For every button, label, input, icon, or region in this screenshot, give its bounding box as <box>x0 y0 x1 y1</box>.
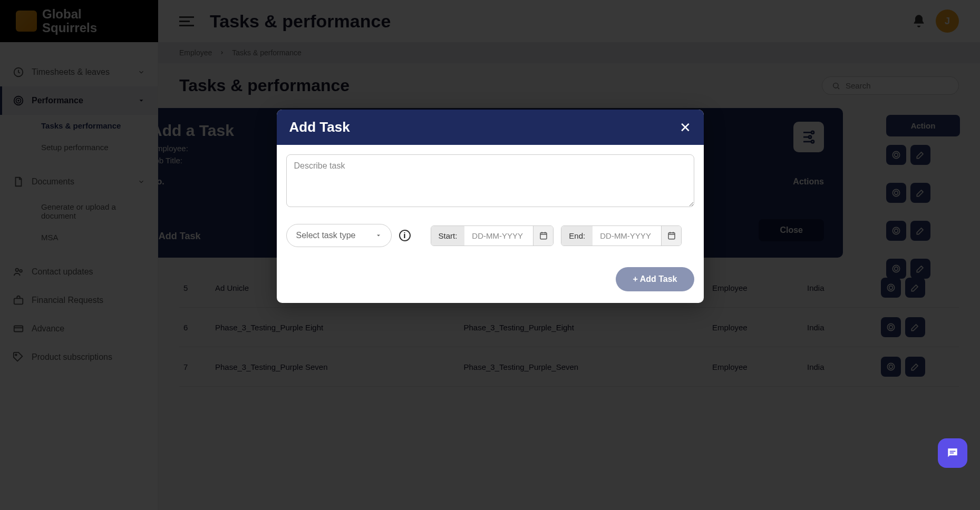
chat-widget-button[interactable] <box>938 438 967 468</box>
info-icon[interactable]: i <box>399 230 411 241</box>
start-label: Start: <box>431 226 465 246</box>
task-type-select[interactable]: Select task type <box>286 224 392 247</box>
svg-rect-30 <box>950 453 954 454</box>
select-label: Select task type <box>296 231 356 240</box>
chevron-down-icon <box>375 232 382 239</box>
end-date-group: End: <box>561 225 682 246</box>
calendar-icon[interactable] <box>661 226 681 246</box>
start-date-input[interactable] <box>464 226 533 246</box>
describe-task-input[interactable] <box>286 154 694 207</box>
svg-rect-29 <box>950 451 956 452</box>
start-date-group: Start: <box>431 225 554 246</box>
close-icon[interactable]: ✕ <box>680 121 691 134</box>
end-label: End: <box>561 226 593 246</box>
svg-rect-28 <box>668 233 675 239</box>
modal-overlay[interactable]: Add Task ✕ Select task type i Start: <box>0 0 980 510</box>
modal-title: Add Task <box>289 119 350 135</box>
end-date-input[interactable] <box>593 226 661 246</box>
svg-rect-27 <box>540 233 547 239</box>
add-task-submit-button[interactable]: + Add Task <box>616 267 694 291</box>
add-task-modal: Add Task ✕ Select task type i Start: <box>277 110 704 303</box>
chat-icon <box>946 446 959 460</box>
calendar-icon[interactable] <box>533 226 553 246</box>
